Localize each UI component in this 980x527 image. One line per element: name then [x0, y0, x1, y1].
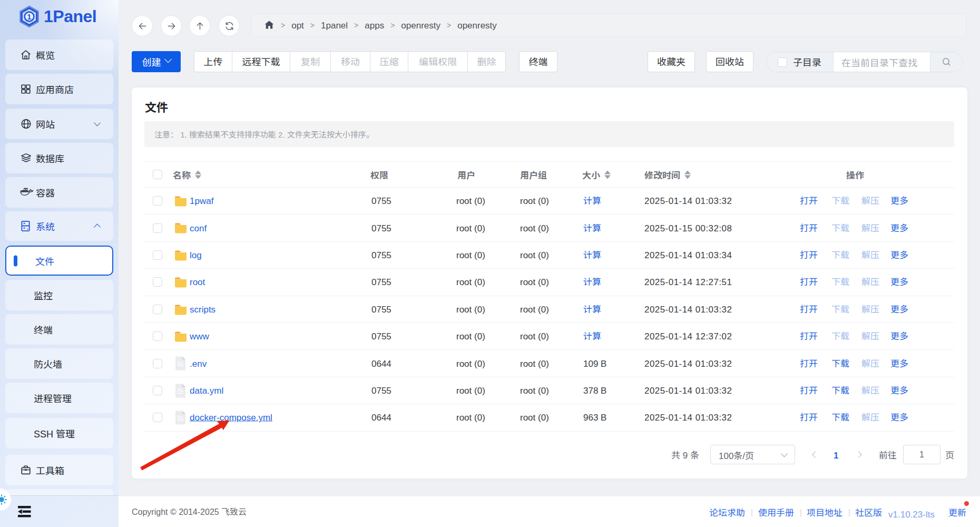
svg-text:1: 1: [27, 12, 31, 21]
